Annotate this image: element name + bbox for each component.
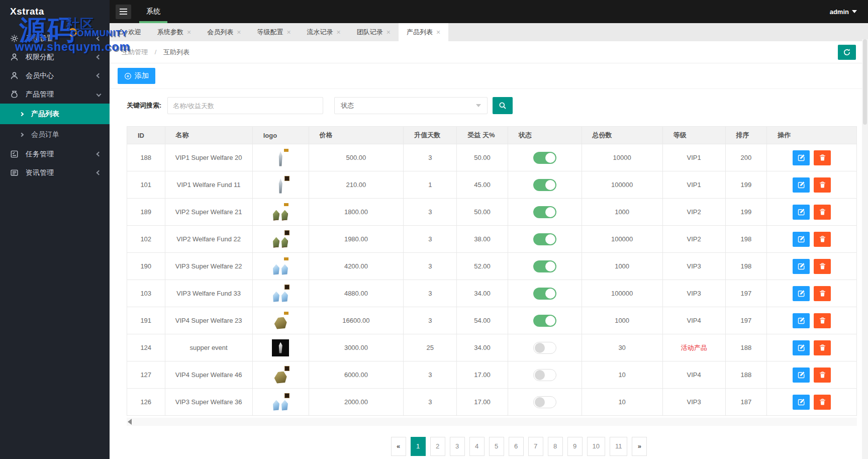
cell-sort: 198 <box>725 226 767 253</box>
cell-logo <box>252 199 309 226</box>
cell-name: VIP2 Super Welfare 21 <box>165 199 252 226</box>
tasks-icon <box>10 150 19 158</box>
sidebar-item-task-management[interactable]: 任务管理 <box>0 145 110 163</box>
sidebar-subitem-product-list[interactable]: 产品列表 <box>0 104 110 124</box>
tab-level-config[interactable]: 等级配置× <box>249 23 299 41</box>
delete-button[interactable] <box>814 232 831 247</box>
breadcrumb-separator: / <box>155 48 157 56</box>
close-icon[interactable]: × <box>436 29 440 36</box>
edit-button[interactable] <box>793 368 810 383</box>
table-row: 102VIP2 Welfare Fund 221980.00338.001000… <box>127 226 857 253</box>
sidebar-item-member-center[interactable]: 会员中心 <box>0 66 110 85</box>
sidebar-item-system-settings[interactable]: 系统设置 <box>0 29 110 48</box>
refresh-button[interactable] <box>838 45 856 60</box>
chevron-left-icon <box>97 170 102 175</box>
cell-logo <box>252 334 309 361</box>
tab-flow-records[interactable]: 流水记录× <box>299 23 349 41</box>
delete-button[interactable] <box>814 259 831 274</box>
status-toggle[interactable] <box>533 396 556 408</box>
logo-badge <box>284 203 288 206</box>
page-button-6[interactable]: 6 <box>509 437 524 456</box>
cell-profit: 45.00 <box>457 171 508 199</box>
status-toggle[interactable] <box>533 233 556 245</box>
delete-button[interactable] <box>814 177 831 193</box>
status-toggle[interactable] <box>533 206 556 218</box>
close-icon[interactable]: × <box>187 29 191 36</box>
delete-button[interactable] <box>814 368 831 383</box>
edit-button[interactable] <box>793 395 810 410</box>
page-button-7[interactable]: 7 <box>528 437 543 456</box>
page-button-5[interactable]: 5 <box>489 437 504 456</box>
tab-system-params[interactable]: 系统参数× <box>149 23 199 41</box>
tab-product-list[interactable]: 产品列表× <box>399 23 448 41</box>
breadcrumb-page[interactable]: 互助列表 <box>163 48 189 56</box>
keyword-input[interactable] <box>167 97 323 114</box>
trash-icon <box>819 262 826 270</box>
cell-total: 100000 <box>582 280 662 307</box>
status-toggle[interactable] <box>533 260 556 272</box>
sidebar-item-news-management[interactable]: 资讯管理 <box>0 163 110 182</box>
cell-level: VIP3 <box>662 253 725 280</box>
page-button-9[interactable]: 9 <box>567 437 583 456</box>
status-toggle[interactable] <box>533 315 556 327</box>
cell-days: 3 <box>404 226 457 253</box>
status-toggle[interactable] <box>533 288 556 300</box>
table-hscroll-track[interactable] <box>127 418 857 426</box>
delete-button[interactable] <box>814 313 831 328</box>
admin-menu[interactable]: admin <box>830 8 857 16</box>
table-row: 126VIP3 Super Welfare 362000.00317.0010V… <box>127 389 857 416</box>
chevron-left-icon <box>97 55 102 60</box>
edit-button[interactable] <box>793 232 810 247</box>
edit-button[interactable] <box>793 150 810 165</box>
cell-days: 3 <box>404 389 457 416</box>
edit-button[interactable] <box>793 259 810 274</box>
edit-button[interactable] <box>793 177 810 193</box>
page-button-4[interactable]: 4 <box>469 437 485 456</box>
sidebar-item-product-management[interactable]: 产品管理 <box>0 85 110 104</box>
close-icon[interactable]: × <box>387 29 391 36</box>
sidebar-subitem-label: 会员订单 <box>31 130 59 139</box>
status-toggle[interactable] <box>533 369 556 381</box>
breadcrumb-section[interactable]: 互助管理 <box>122 48 148 56</box>
delete-button[interactable] <box>814 205 831 220</box>
page-button-8[interactable]: 8 <box>548 437 563 456</box>
status-toggle[interactable] <box>533 179 556 191</box>
tab-welcome[interactable]: 欢迎 <box>110 23 149 41</box>
delete-button[interactable] <box>814 340 831 355</box>
status-toggle[interactable] <box>533 152 556 164</box>
page-prev-button[interactable]: « <box>391 437 406 456</box>
tab-team-records[interactable]: 团队记录× <box>349 23 399 41</box>
cell-price: 4200.00 <box>309 253 404 280</box>
tab-member-list[interactable]: 会员列表× <box>199 23 249 41</box>
sidebar-subitem-member-orders[interactable]: 会员订单 <box>0 124 110 145</box>
search-button[interactable] <box>493 97 513 114</box>
menu-toggle-button[interactable] <box>116 5 131 19</box>
page-button-3[interactable]: 3 <box>450 437 465 456</box>
topnav-system[interactable]: 系统 <box>137 0 169 23</box>
edit-button[interactable] <box>793 286 810 301</box>
home-icon <box>118 28 125 37</box>
page-button-1[interactable]: 1 <box>411 437 426 456</box>
edit-button[interactable] <box>793 205 810 220</box>
close-icon[interactable]: × <box>337 29 341 36</box>
sidebar-item-permissions[interactable]: 权限分配 <box>0 48 110 66</box>
page-button-11[interactable]: 11 <box>610 437 628 456</box>
close-icon[interactable]: × <box>286 29 291 36</box>
close-icon[interactable]: × <box>237 29 241 36</box>
status-select[interactable]: 状态 <box>334 97 488 114</box>
page-button-2[interactable]: 2 <box>430 437 445 456</box>
column-header: 操作 <box>767 127 857 144</box>
news-icon <box>10 168 19 177</box>
vertical-scrollbar[interactable] <box>862 39 868 459</box>
delete-button[interactable] <box>814 395 831 410</box>
cell-sort: 198 <box>725 253 767 280</box>
add-button[interactable]: 添加 <box>118 68 155 84</box>
status-toggle[interactable] <box>533 342 556 354</box>
delete-button[interactable] <box>814 150 831 165</box>
edit-icon <box>798 235 805 243</box>
delete-button[interactable] <box>814 286 831 301</box>
page-next-button[interactable]: » <box>632 437 647 456</box>
page-button-10[interactable]: 10 <box>587 437 605 456</box>
edit-button[interactable] <box>793 313 810 328</box>
edit-button[interactable] <box>793 340 810 355</box>
